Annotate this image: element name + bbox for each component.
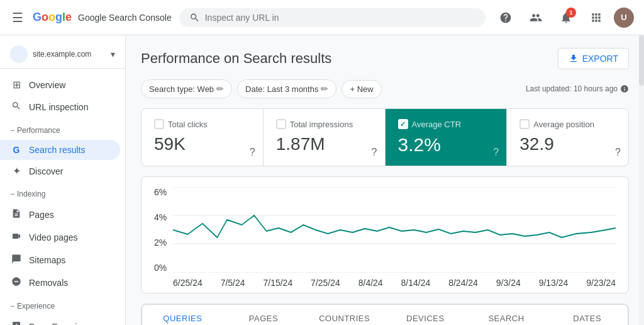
page-title: Performance on Search results	[141, 50, 331, 67]
app-logo: Google Google Search Console	[33, 11, 172, 24]
x-label: 6/25/24	[173, 278, 203, 288]
people-icon	[530, 11, 542, 24]
metric-value: 59K	[154, 134, 250, 154]
search-icon	[189, 12, 200, 23]
metric-total-clicks[interactable]: Total clicks 59K ?	[142, 109, 264, 166]
y-label: 4%	[154, 212, 173, 222]
sidebar-item-sitemaps[interactable]: Sitemaps	[0, 249, 120, 271]
metric-label: Average CTR	[412, 120, 462, 129]
sidebar-item-label: Search results	[29, 145, 85, 155]
x-label: 9/23/24	[586, 278, 616, 288]
x-label: 8/24/24	[448, 278, 478, 288]
edit-icon: ✏	[321, 84, 328, 94]
last-updated-text: Last updated: 10 hours ago	[526, 84, 618, 93]
discover-icon: ✦	[10, 165, 23, 177]
menu-icon[interactable]: ☰	[10, 10, 25, 25]
sidebar-item-label: Discover	[29, 166, 63, 176]
tab-devices[interactable]: DEVICES	[385, 305, 466, 325]
metric-total-impressions[interactable]: Total impressions 1.87M ?	[264, 109, 386, 166]
filter-date-label: Date: Last 3 months	[245, 84, 318, 94]
metrics-row: Total clicks 59K ? Total impressions 1.8…	[141, 108, 629, 166]
topbar: ☰ Google Google Search Console 1 U	[0, 0, 644, 35]
url-inspection-icon	[10, 101, 23, 113]
metric-help-icon[interactable]: ?	[250, 147, 255, 158]
metric-checkbox[interactable]	[154, 119, 164, 129]
chart-y-labels: 6% 4% 2% 0%	[154, 187, 173, 273]
search-bar[interactable]	[179, 8, 486, 27]
metric-value: 3.2%	[398, 134, 494, 156]
sidebar-item-page-experience[interactable]: Page Experience	[0, 316, 120, 325]
x-label: 7/5/24	[221, 278, 245, 288]
chart-area: 6% 4% 2% 0%	[154, 187, 616, 288]
metric-value: 1.87M	[276, 134, 372, 154]
sidebar-item-label: URL inspection	[29, 102, 88, 112]
metric-label: Average position	[533, 120, 594, 129]
download-icon	[569, 54, 579, 64]
sidebar-item-removals[interactable]: Removals	[0, 271, 120, 294]
section-label: Performance	[17, 126, 60, 135]
sitemaps-icon	[10, 254, 23, 266]
sidebar-item-url-inspection[interactable]: URL inspection	[0, 96, 120, 118]
apps-button[interactable]	[584, 5, 609, 30]
notifications-button[interactable]: 1	[553, 5, 579, 30]
sidebar-item-label: Sitemaps	[29, 255, 65, 265]
tabs-container: QUERIES PAGES COUNTRIES DEVICES SEARCH A…	[141, 304, 629, 325]
section-chevron-icon: −	[10, 190, 14, 198]
apps-icon	[590, 11, 602, 24]
last-updated: Last updated: 10 hours ago	[526, 84, 629, 93]
metric-help-icon[interactable]: ?	[615, 147, 621, 158]
chart-x-labels: 6/25/24 7/5/24 7/15/24 7/25/24 8/4/24 8/…	[173, 278, 616, 288]
filter-date[interactable]: Date: Last 3 months ✏	[237, 79, 336, 98]
help-button[interactable]	[493, 5, 518, 30]
sidebar-item-discover[interactable]: ✦ Discover	[0, 160, 120, 182]
sidebar-item-label: Overview	[29, 80, 65, 90]
sidebar-section-performance[interactable]: − Performance	[0, 121, 125, 140]
y-label: 2%	[154, 237, 173, 248]
page-header: Performance on Search results EXPORT	[141, 48, 629, 69]
filter-search-type[interactable]: Search type: Web ✏	[141, 79, 232, 98]
x-label: 7/15/24	[263, 278, 292, 288]
tabs-row: QUERIES PAGES COUNTRIES DEVICES SEARCH A…	[142, 304, 628, 325]
y-label: 0%	[154, 263, 173, 273]
metric-average-ctr[interactable]: Average CTR 3.2% ?	[386, 109, 508, 166]
x-label: 9/13/24	[539, 278, 569, 288]
metric-label: Total clicks	[168, 120, 208, 129]
metric-checkbox[interactable]	[398, 119, 408, 129]
metric-help-icon[interactable]: ?	[493, 147, 499, 158]
metric-value: 32.9	[519, 134, 616, 154]
edit-icon: ✏	[216, 84, 224, 94]
metric-average-position[interactable]: Average position 32.9 ?	[507, 109, 628, 166]
sidebar: site.example.com ▾ ⊞ Overview URL inspec…	[0, 35, 126, 325]
sidebar-section-indexing[interactable]: − Indexing	[0, 185, 125, 203]
info-icon	[620, 84, 629, 93]
help-icon	[499, 11, 512, 24]
users-button[interactable]	[523, 5, 548, 30]
tab-search-appearance[interactable]: SEARCH APPEARANCE	[466, 305, 547, 325]
tab-pages[interactable]: PAGES	[223, 305, 304, 325]
tab-dates[interactable]: DATES	[547, 305, 628, 325]
section-label: Indexing	[17, 190, 45, 198]
metric-checkbox[interactable]	[276, 119, 286, 129]
sidebar-item-video-pages[interactable]: Video pages	[0, 226, 120, 249]
scrollbar-track[interactable]	[639, 35, 644, 325]
metric-help-icon[interactable]: ?	[372, 147, 377, 158]
export-button[interactable]: EXPORT	[558, 48, 629, 69]
metric-checkbox[interactable]	[519, 119, 530, 129]
avatar[interactable]: U	[614, 8, 634, 28]
search-input[interactable]	[205, 13, 475, 23]
tab-queries[interactable]: QUERIES	[142, 305, 223, 325]
sidebar-item-overview[interactable]: ⊞ Overview	[0, 74, 120, 96]
property-selector[interactable]: site.example.com ▾	[0, 40, 125, 69]
property-chevron-icon[interactable]: ▾	[111, 49, 115, 59]
scrollbar-thumb[interactable]	[639, 35, 644, 86]
add-filter-button[interactable]: + New	[341, 80, 381, 98]
sidebar-item-search-results[interactable]: G Search results	[0, 140, 120, 160]
tab-countries[interactable]: COUNTRIES	[304, 305, 385, 325]
property-name: site.example.com	[33, 50, 106, 59]
section-chevron-icon: −	[10, 126, 14, 135]
sidebar-item-pages[interactable]: Pages	[0, 203, 120, 226]
app-title: Google Search Console	[78, 13, 172, 23]
notifications-badge: 1	[566, 8, 576, 18]
sidebar-section-experience[interactable]: − Experience	[0, 297, 125, 316]
sidebar-item-label: Video pages	[29, 232, 78, 242]
